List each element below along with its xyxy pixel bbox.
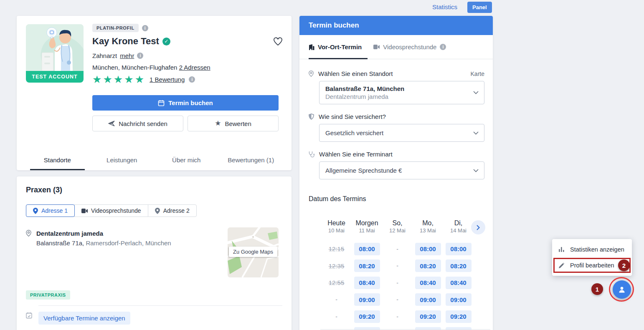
expired-slot: 12:35	[329, 262, 345, 270]
addresses-link[interactable]: 2 Adressen	[179, 64, 210, 71]
pin-icon	[33, 208, 38, 214]
date-heading: Datum des Termins	[299, 188, 493, 203]
google-maps-button[interactable]: Zu Google Maps	[229, 247, 277, 257]
chip-adresse-1[interactable]: Adresse 1	[26, 204, 75, 217]
tab-videosprechstunde[interactable]: Videosprechstunde i	[373, 35, 446, 59]
time-slot[interactable]: 08:40	[415, 277, 441, 289]
video-camera-icon	[373, 45, 380, 49]
book-appointment-button[interactable]: Termin buchen	[92, 95, 279, 111]
doctor-avatar: TEST ACCOUNT	[26, 24, 84, 83]
chip-label: Adresse 1	[41, 207, 68, 214]
day-name: Mo,	[422, 219, 434, 227]
annotation-badge-2: 2	[618, 259, 630, 271]
pencil-icon	[559, 263, 564, 268]
building-icon	[309, 44, 314, 50]
insurance-value: Gesetzlich versichert	[325, 128, 469, 138]
tab-bewertungen[interactable]: Bewertungen (1)	[219, 149, 284, 170]
day-name: Heute	[327, 219, 345, 227]
time-slot[interactable]: 08:00	[446, 243, 472, 255]
account-fab-button[interactable]	[613, 280, 631, 299]
menu-item-statistiken[interactable]: Statistiken anzeigen	[552, 242, 632, 257]
tab-standorte[interactable]: Standorte	[25, 149, 90, 170]
expired-slot: 12:15	[329, 245, 345, 252]
chip-label: Adresse 2	[163, 207, 190, 214]
available-appointments-link[interactable]: Verfügbare Termine anzeigen	[38, 312, 130, 325]
time-slot[interactable]: 09:00	[354, 293, 380, 306]
time-slot[interactable]: 08:20	[415, 259, 441, 272]
info-icon[interactable]: i	[440, 44, 446, 50]
shield-icon	[309, 113, 314, 120]
message-button-label: Nachricht senden	[119, 120, 167, 127]
time-slot[interactable]: 09:20	[415, 310, 441, 323]
location-text: München, München-Flughafen	[92, 64, 177, 71]
time-slot[interactable]: 09:00	[446, 293, 472, 306]
time-slot[interactable]: 08:20	[354, 259, 380, 272]
time-slot[interactable]: 08:00	[415, 243, 441, 255]
profile-main: PLATIN-PROFIL i Kay Krone Test ✓ Zahnarz…	[92, 24, 279, 131]
test-account-label: TEST ACCOUNT	[26, 71, 84, 83]
practice-name: Dentalzentrum jameda	[36, 229, 171, 238]
appointment-calendar: Heute 10 Mai 12:15 12:35 12:55 - - Morge…	[321, 219, 474, 330]
no-slot: -	[335, 313, 337, 320]
time-slot[interactable]: 09:20	[354, 310, 380, 323]
time-slot[interactable]: 08:40	[446, 277, 472, 289]
specialty-label: Zahnarzt	[92, 52, 117, 59]
expired-slot: 12:55	[329, 279, 345, 286]
no-slot: -	[396, 262, 398, 269]
address-district: Ramersdorf-Perlach, München	[84, 239, 171, 247]
time-slot[interactable]: 08:40	[354, 277, 380, 289]
tab-ueber-mich[interactable]: Über mich	[154, 149, 219, 170]
location-value: Balanstraße 71a, München	[325, 85, 469, 93]
review-button[interactable]: ★ Bewerten	[188, 116, 279, 131]
insurance-select[interactable]: Gesetzlich versichert	[319, 124, 484, 142]
booking-tabs: Vor-Ort-Termin Videosprechstunde i	[299, 35, 493, 59]
panel-button[interactable]: Panel	[467, 2, 492, 13]
insurance-label: Wie sind Sie versichert?	[319, 113, 386, 120]
profile-tabs: Standorte Leistungen Über mich Bewertung…	[17, 149, 292, 170]
chip-videosprechstunde[interactable]: Videosprechstunde	[74, 204, 148, 217]
info-icon[interactable]: i	[137, 53, 143, 59]
appointment-type-select[interactable]: Allgemeine Sprechstunde €	[319, 161, 484, 179]
doctor-profile-card: TEST ACCOUNT PLATIN-PROFIL i Kay Krone T…	[17, 16, 292, 170]
platin-profile-badge: PLATIN-PROFIL	[92, 24, 139, 32]
time-slot[interactable]: 08:20	[446, 259, 472, 272]
profile-actions-menu: Statistiken anzeigen Profil bearbeiten	[552, 239, 632, 276]
tab-vor-ort-termin[interactable]: Vor-Ort-Termin	[309, 35, 362, 59]
tab-leistungen[interactable]: Leistungen	[90, 149, 155, 170]
send-icon	[108, 121, 115, 126]
person-icon	[618, 286, 626, 293]
rating-link[interactable]: 1 Bewertung	[150, 76, 185, 83]
location-select[interactable]: Balanstraße 71a, München Dentalzentrum j…	[319, 81, 484, 104]
appointment-type-value: Allgemeine Sprechstunde €	[325, 165, 469, 176]
day-column-di: Di, 14 Mai 08:00 08:20 08:40 09:00 09:20	[443, 219, 474, 330]
info-icon[interactable]: i	[142, 25, 148, 31]
info-icon[interactable]: i	[189, 76, 195, 83]
more-link[interactable]: mehr	[120, 52, 134, 59]
statistics-link[interactable]: Statistics	[432, 3, 457, 10]
menu-item-label: Profil bearbeiten	[570, 262, 614, 269]
verified-check-icon: ✓	[162, 38, 170, 45]
map-thumbnail[interactable]: Zu Google Maps	[228, 227, 279, 277]
send-message-button[interactable]: Nachricht senden	[92, 116, 183, 131]
day-column-mo: Mo, 13 Mai 08:00 08:20 08:40 09:00 09:20	[413, 219, 443, 330]
pin-icon	[309, 71, 314, 77]
no-slot: -	[396, 313, 398, 320]
calendar-next-button[interactable]	[471, 220, 485, 234]
appointment-type-label: Wählen Sie eine Terminart	[319, 151, 393, 158]
chip-adresse-2[interactable]: Adresse 2	[148, 204, 197, 217]
practice-address: Balanstraße 71a, Ramersdorf-Perlach, Mün…	[36, 238, 171, 248]
day-date: 14 Mai	[450, 227, 467, 234]
time-slot[interactable]: 09:20	[446, 310, 472, 323]
divider	[320, 329, 490, 330]
menu-item-label: Statistiken anzeigen	[570, 246, 624, 253]
booking-title: Termin buchen	[299, 16, 493, 35]
calendar-icon	[158, 100, 165, 106]
karte-link[interactable]: Karte	[471, 71, 484, 77]
time-slot[interactable]: 08:00	[354, 243, 380, 255]
time-slot[interactable]: 09:00	[415, 293, 441, 306]
day-date: 12 Mai	[389, 227, 406, 234]
booking-panel: Termin buchen Vor-Ort-Termin Videosprech…	[299, 16, 493, 330]
jameda-profile-page: { "topbar": { "statistics_label": "Stati…	[0, 0, 644, 330]
book-button-label: Termin buchen	[168, 99, 213, 106]
day-column-so: So, 12 Mai - - - - -	[382, 219, 413, 330]
